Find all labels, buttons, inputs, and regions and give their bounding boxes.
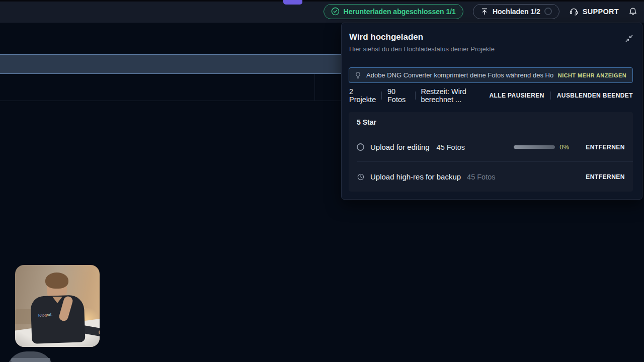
project-group-name: 5 Star: [349, 112, 633, 132]
summary-time-remaining: Restzeit: Wird berechnet ...: [421, 87, 490, 104]
active-tab-indicator[interactable]: [283, 0, 302, 5]
background-selected-row: [0, 54, 341, 74]
pause-all-button[interactable]: ALLE PAUSIEREN: [489, 92, 544, 99]
lightbulb-icon: [354, 71, 362, 79]
upload-photo-count: 45 Fotos: [437, 143, 465, 151]
support-button[interactable]: SUPPORT: [569, 7, 619, 16]
upload-name: Upload high-res for backup: [370, 172, 461, 181]
check-circle-icon: [331, 7, 340, 16]
tip-dismiss-button[interactable]: NICHT MEHR ANZEIGEN: [558, 72, 626, 78]
support-label: SUPPORT: [583, 8, 619, 16]
uploading-spinner-icon: [357, 143, 364, 151]
separator: [550, 92, 551, 100]
upload-progress-percent: 0%: [559, 143, 573, 151]
summary-projects: 2 Projekte: [349, 87, 376, 104]
remove-upload-button[interactable]: ENTFERNEN: [586, 173, 625, 180]
app-window: Herunterladen abgeschlossen 1/1 Hochlade…: [0, 0, 644, 362]
download-status-label: Herunterladen abgeschlossen 1/1: [344, 8, 456, 16]
upload-status-panel: Wird hochgeladen Hier siehst du den Hoch…: [341, 23, 642, 200]
upload-status-label: Hochladen 1/2: [493, 8, 540, 16]
upload-photo-count: 45 Fotos: [467, 173, 495, 181]
upload-name: Upload for editing: [370, 143, 430, 151]
collapse-panel-icon[interactable]: [624, 33, 634, 43]
download-status-pill[interactable]: Herunterladen abgeschlossen 1/1: [324, 4, 463, 19]
webcam-overlay: fotograf.: [15, 265, 100, 347]
upload-status-pill[interactable]: Hochladen 1/2: [473, 4, 559, 19]
project-group-card: 5 Star Upload for editing 45 Fotos 0% EN…: [349, 112, 633, 192]
webcam-vignette: [15, 265, 100, 347]
remove-upload-button[interactable]: ENTFERNEN: [586, 144, 625, 151]
background-column-divider: [314, 74, 315, 101]
hide-finished-button[interactable]: AUSBLENDEN BEENDET: [557, 92, 633, 99]
headset-icon: [569, 7, 579, 16]
upload-summary-actions: ALLE PAUSIEREN AUSBLENDEN BEENDET: [489, 92, 633, 100]
queued-clock-icon: [357, 173, 365, 181]
separator: [415, 92, 416, 100]
upload-progress-ring-icon: [544, 8, 552, 15]
upload-arrow-icon: [480, 8, 489, 16]
panel-subtitle: Hier siehst du den Hochladestatus deiner…: [349, 45, 495, 53]
background-divider: [0, 101, 341, 101]
tip-text: Adobe DNG Converter komprimiert deine Fo…: [366, 71, 553, 79]
upload-summary-row: 2 Projekte 90 Fotos Restzeit: Wird berec…: [349, 90, 633, 101]
chair-back-top: [11, 358, 50, 362]
summary-photos: 90 Fotos: [387, 87, 410, 104]
upload-row-editing: Upload for editing 45 Fotos 0% ENTFERNEN: [349, 132, 633, 162]
panel-title: Wird hochgeladen: [349, 32, 423, 42]
separator: [381, 92, 382, 100]
notifications-bell-icon[interactable]: [628, 7, 637, 16]
topbar-actions: Herunterladen abgeschlossen 1/1 Hochlade…: [324, 4, 637, 19]
tip-banner: Adobe DNG Converter komprimiert deine Fo…: [349, 67, 633, 83]
upload-summary-stats: 2 Projekte 90 Fotos Restzeit: Wird berec…: [349, 87, 489, 104]
upload-progress-bar: [514, 145, 555, 149]
upload-row-backup: Upload high-res for backup 45 Fotos ENTF…: [349, 162, 633, 192]
